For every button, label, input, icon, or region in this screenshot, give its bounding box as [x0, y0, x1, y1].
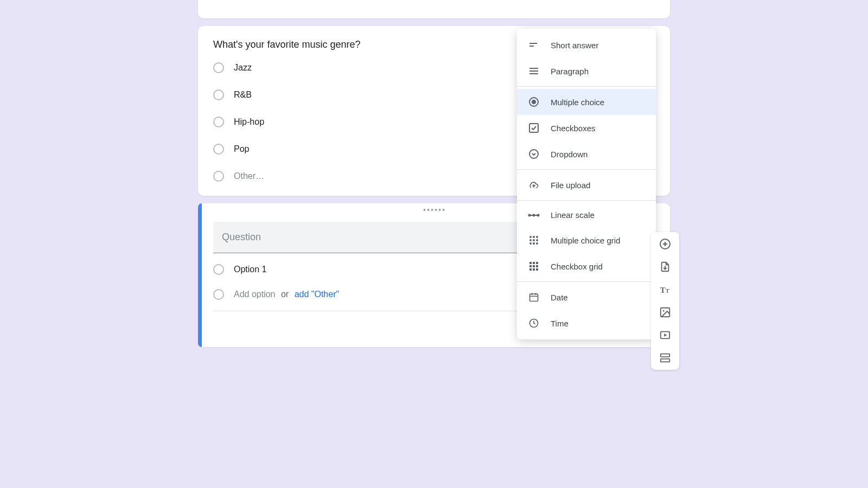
- calendar-icon: [528, 292, 540, 303]
- radio-icon: [213, 144, 224, 155]
- svg-point-24: [536, 242, 538, 245]
- menu-item-date[interactable]: Date: [517, 284, 656, 310]
- svg-rect-26: [533, 262, 535, 264]
- menu-separator: [517, 169, 656, 170]
- svg-rect-31: [529, 268, 532, 271]
- radio-icon: [213, 264, 224, 275]
- menu-label: Multiple choice grid: [551, 236, 620, 245]
- svg-rect-32: [533, 268, 535, 271]
- svg-point-46: [663, 310, 665, 312]
- svg-point-18: [536, 236, 538, 238]
- menu-separator: [517, 281, 656, 282]
- svg-rect-49: [661, 354, 670, 357]
- svg-rect-10: [529, 124, 538, 132]
- menu-label: Linear scale: [551, 210, 595, 220]
- menu-label: Paragraph: [551, 67, 589, 76]
- menu-label: Checkboxes: [551, 124, 596, 133]
- or-text: or: [281, 290, 289, 299]
- menu-item-multiple-choice-grid[interactable]: Multiple choice grid: [517, 227, 656, 253]
- add-question-icon[interactable]: [659, 237, 672, 251]
- radio-icon: [213, 117, 224, 127]
- menu-item-paragraph[interactable]: Paragraph: [517, 58, 656, 84]
- svg-rect-25: [529, 262, 532, 264]
- menu-label: Short answer: [551, 41, 598, 50]
- svg-point-23: [533, 242, 535, 245]
- svg-rect-33: [536, 268, 538, 271]
- radio-icon: [213, 171, 224, 182]
- svg-rect-27: [536, 262, 538, 264]
- floating-toolbar: TT: [651, 232, 679, 370]
- menu-item-checkbox-grid[interactable]: Checkbox grid: [517, 253, 656, 279]
- option-other-label: Other…: [234, 171, 264, 181]
- radio-icon: [213, 289, 224, 300]
- dropdown-icon: [528, 149, 540, 159]
- svg-point-22: [529, 242, 532, 245]
- question-type-menu: Short answer Paragraph Multiple choice C: [517, 29, 656, 339]
- menu-item-short-answer[interactable]: Short answer: [517, 32, 656, 58]
- option-label: R&B: [234, 90, 252, 100]
- menu-label: Multiple choice: [551, 98, 604, 107]
- menu-label: File upload: [551, 181, 590, 190]
- svg-point-21: [536, 239, 538, 241]
- svg-point-9: [532, 100, 536, 104]
- add-option-link[interactable]: Add option: [234, 290, 276, 299]
- menu-separator: [517, 200, 656, 201]
- menu-label: Checkbox grid: [551, 262, 603, 271]
- cloud-upload-icon: [528, 179, 540, 190]
- radio-icon: [213, 62, 224, 73]
- svg-point-17: [533, 236, 535, 238]
- menu-separator: [517, 86, 656, 87]
- svg-rect-50: [661, 359, 670, 362]
- svg-text:T: T: [660, 286, 666, 294]
- svg-rect-28: [529, 265, 532, 267]
- menu-item-linear-scale[interactable]: Linear scale: [517, 203, 656, 227]
- active-indicator: [198, 203, 202, 347]
- menu-label: Time: [551, 319, 569, 328]
- previous-card: [198, 0, 670, 18]
- linear-scale-icon: [528, 213, 540, 218]
- svg-rect-34: [530, 294, 538, 301]
- option-label: Jazz: [234, 63, 252, 73]
- menu-item-file-upload[interactable]: File upload: [517, 172, 656, 198]
- square-grid-icon: [528, 261, 540, 272]
- svg-rect-30: [536, 265, 538, 267]
- checkbox-icon: [528, 123, 540, 133]
- dot-grid-icon: [528, 235, 540, 246]
- menu-label: Date: [551, 293, 568, 302]
- option-label: Hip-hop: [234, 117, 264, 127]
- add-image-toolbar-icon[interactable]: [659, 306, 672, 319]
- svg-point-19: [529, 239, 532, 241]
- menu-item-multiple-choice[interactable]: Multiple choice: [517, 89, 656, 115]
- add-other-link[interactable]: add "Other": [295, 290, 340, 299]
- add-video-icon[interactable]: [659, 329, 672, 342]
- clock-icon: [528, 318, 540, 329]
- add-title-icon[interactable]: TT: [659, 283, 672, 296]
- paragraph-icon: [528, 66, 540, 76]
- menu-item-checkboxes[interactable]: Checkboxes: [517, 115, 656, 141]
- menu-label: Dropdown: [551, 150, 588, 159]
- add-section-icon[interactable]: [659, 351, 672, 364]
- drag-handle-icon[interactable]: [424, 209, 445, 211]
- radio-checked-icon: [528, 97, 540, 107]
- menu-item-time[interactable]: Time: [517, 310, 656, 336]
- menu-item-dropdown[interactable]: Dropdown: [517, 141, 656, 167]
- option-label: Pop: [234, 144, 249, 154]
- svg-text:T: T: [666, 288, 669, 294]
- svg-marker-48: [664, 333, 667, 337]
- radio-icon: [213, 89, 224, 100]
- svg-point-20: [533, 239, 535, 241]
- import-questions-icon[interactable]: [659, 260, 672, 273]
- svg-point-16: [529, 236, 532, 238]
- svg-point-11: [529, 150, 538, 158]
- editing-question-card: Add option or add "Other" Short answer: [198, 203, 670, 347]
- short-answer-icon: [528, 40, 540, 50]
- option-input[interactable]: [234, 265, 342, 274]
- svg-rect-29: [533, 265, 535, 267]
